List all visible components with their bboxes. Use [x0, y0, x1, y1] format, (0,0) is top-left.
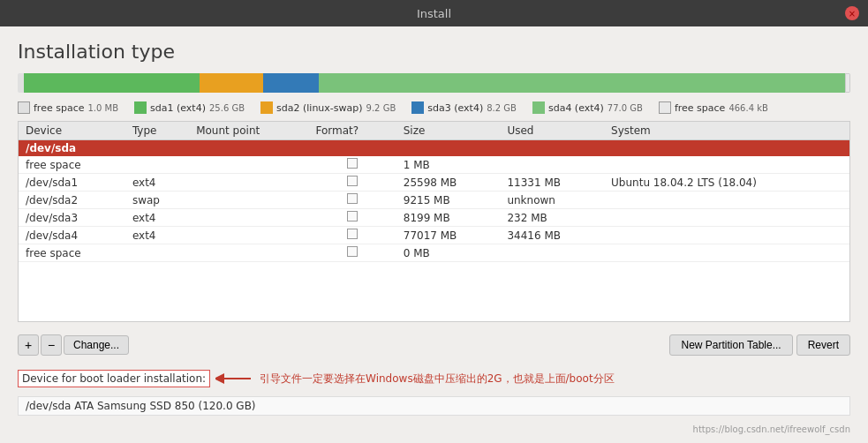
- partition-bar: [18, 73, 850, 93]
- cell-system: [604, 227, 849, 244]
- legend-label-sda2: sda2 (linux-swap): [276, 102, 363, 114]
- legend-label-free1: free space: [34, 102, 84, 114]
- col-type: Type: [125, 122, 189, 140]
- annotation-text: 引导文件一定要选择在Windows磁盘中压缩出的2G，也就是上面/boot分区: [260, 372, 615, 387]
- legend-color-sda3: [411, 101, 424, 114]
- format-checkbox[interactable]: [347, 158, 358, 169]
- legend-size-sda3: 8.2 GB: [487, 103, 517, 113]
- cell-type: swap: [125, 191, 189, 209]
- format-checkbox[interactable]: [347, 176, 358, 186]
- table-row[interactable]: /dev/sda4 ext4 77017 MB 34416 MB: [19, 227, 849, 244]
- arrow-icon: [215, 370, 254, 387]
- dev-device: /dev/sda: [19, 140, 849, 157]
- remove-partition-button[interactable]: −: [41, 334, 62, 356]
- cell-mount: [189, 174, 308, 191]
- cell-system: [604, 156, 849, 174]
- cell-device: free space: [19, 244, 125, 262]
- col-format: Format?: [308, 122, 396, 140]
- cell-device: /dev/sda2: [19, 191, 125, 209]
- cell-system: [604, 244, 849, 262]
- table-row[interactable]: free space 1 MB: [19, 156, 849, 174]
- watermark: https://blog.csdn.net/ifreewolf_csdn: [18, 423, 850, 434]
- bar-sda1: [24, 73, 199, 93]
- legend-size-sda4: 77.0 GB: [608, 103, 643, 113]
- cell-mount: [189, 191, 308, 209]
- table-row[interactable]: /dev/sda2 swap 9215 MB unknown: [19, 191, 849, 209]
- legend-color-sda4: [532, 101, 545, 114]
- cell-mount: [189, 156, 308, 174]
- bar-free2: [845, 73, 850, 93]
- legend-label-sda4: sda4 (ext4): [548, 102, 604, 114]
- bar-sda3: [263, 73, 319, 93]
- table-header-row: Device Type Mount point Format? Size Use…: [19, 122, 849, 140]
- cell-device: /dev/sda3: [19, 209, 125, 227]
- cell-mount: [189, 209, 308, 227]
- col-used: Used: [500, 122, 604, 140]
- cell-used: 232 MB: [500, 209, 604, 227]
- cell-used: 11331 MB: [500, 174, 604, 191]
- add-partition-button[interactable]: +: [18, 334, 39, 356]
- bootloader-row: Device for boot loader installation: 引导文…: [18, 366, 850, 389]
- cell-size: 9215 MB: [396, 191, 501, 209]
- table-dev-row[interactable]: /dev/sda: [19, 140, 849, 157]
- bootloader-label: Device for boot loader installation:: [18, 370, 210, 387]
- col-mount: Mount point: [189, 122, 308, 140]
- format-checkbox-cell[interactable]: [308, 227, 396, 244]
- legend-item-sda2: sda2 (linux-swap) 9.2 GB: [260, 101, 396, 114]
- toolbar: + − Change... New Partition Table... Rev…: [18, 329, 850, 359]
- cell-used: [500, 244, 604, 262]
- format-checkbox[interactable]: [347, 211, 358, 222]
- revert-button[interactable]: Revert: [796, 334, 850, 356]
- cell-type: [125, 156, 189, 174]
- legend-item-sda1: sda1 (ext4) 25.6 GB: [134, 101, 245, 114]
- cell-used: [500, 156, 604, 174]
- cell-size: 0 MB: [396, 244, 501, 262]
- format-checkbox[interactable]: [347, 246, 358, 257]
- cell-system: Ubuntu 18.04.2 LTS (18.04): [604, 174, 849, 191]
- cell-mount: [189, 227, 308, 244]
- format-checkbox-cell[interactable]: [308, 156, 396, 174]
- cell-system: [604, 209, 849, 227]
- legend-item-free2: free space 466.4 kB: [659, 101, 768, 114]
- main-window: Install × Installation type free space 1…: [0, 0, 868, 443]
- cell-type: ext4: [125, 209, 189, 227]
- table-row[interactable]: /dev/sda3 ext4 8199 MB 232 MB: [19, 209, 849, 227]
- legend-size-sda1: 25.6 GB: [209, 103, 245, 113]
- legend-item-sda4: sda4 (ext4) 77.0 GB: [532, 101, 643, 114]
- cell-type: ext4: [125, 227, 189, 244]
- table-row[interactable]: free space 0 MB: [19, 244, 849, 262]
- boot-device-row[interactable]: /dev/sda ATA Samsung SSD 850 (120.0 GB): [18, 396, 850, 416]
- cell-device: free space: [19, 156, 125, 174]
- cell-used: 34416 MB: [500, 227, 604, 244]
- page-title: Installation type: [18, 41, 850, 63]
- bar-sda2: [200, 73, 263, 93]
- table-row[interactable]: /dev/sda1 ext4 25598 MB 11331 MB Ubuntu …: [19, 174, 849, 191]
- format-checkbox[interactable]: [347, 229, 358, 239]
- format-checkbox-cell[interactable]: [308, 244, 396, 262]
- legend-color-sda2: [260, 101, 273, 114]
- content-area: Installation type free space 1.0 MB sda1…: [0, 26, 868, 443]
- cell-system: [604, 191, 849, 209]
- window-title: Install: [417, 7, 451, 20]
- cell-mount: [189, 244, 308, 262]
- cell-type: ext4: [125, 174, 189, 191]
- cell-device: /dev/sda1: [19, 174, 125, 191]
- legend-color-free1: [18, 101, 30, 114]
- change-button[interactable]: Change...: [64, 335, 129, 355]
- format-checkbox-cell[interactable]: [308, 174, 396, 191]
- titlebar: Install ×: [0, 0, 868, 26]
- format-checkbox-cell[interactable]: [308, 191, 396, 209]
- col-size: Size: [396, 122, 501, 140]
- cell-type: [125, 244, 189, 262]
- partition-table-wrapper: Device Type Mount point Format? Size Use…: [18, 121, 850, 322]
- format-checkbox[interactable]: [347, 193, 358, 204]
- bar-free1: [18, 73, 24, 93]
- legend-size-sda2: 9.2 GB: [366, 103, 396, 113]
- cell-used: unknown: [500, 191, 604, 209]
- col-device: Device: [19, 122, 125, 140]
- bar-sda4: [319, 73, 845, 93]
- close-button[interactable]: ×: [845, 6, 859, 20]
- new-partition-table-button[interactable]: New Partition Table...: [669, 334, 792, 356]
- format-checkbox-cell[interactable]: [308, 209, 396, 227]
- legend-label-sda3: sda3 (ext4): [427, 102, 483, 114]
